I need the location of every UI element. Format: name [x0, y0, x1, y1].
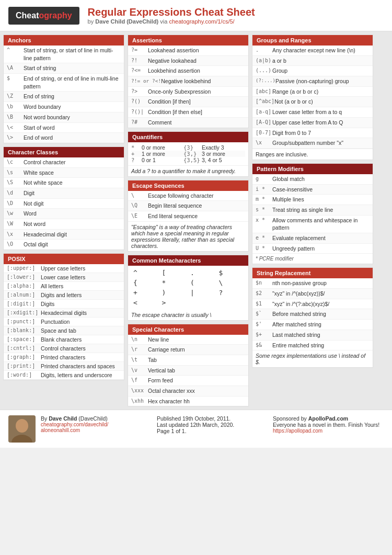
table-row: \> End of word	[4, 133, 124, 143]
table-row: \S Not white space	[4, 178, 124, 188]
table-row: ?()| Condition [if then else]	[128, 107, 248, 118]
groups-ranges-header: Groups and Ranges	[252, 35, 373, 46]
table-row: [:alnum:] Digits and letters	[4, 291, 124, 300]
special-chars-body: \n New line \r Carriage return \t Tab \v…	[128, 335, 248, 406]
table-row: \n New line	[128, 335, 248, 345]
table-row: \E End literal sequence	[128, 211, 248, 222]
string-replacement-body: $n nth non-passive group $2 "xyz" in /^(…	[252, 278, 373, 367]
table-row: $& Entire matched string	[252, 341, 373, 351]
pcre-note: * PCRE modifier	[252, 254, 373, 264]
avatar-image	[8, 415, 36, 443]
table-row: + 1 or more {3,} 3 or more	[131, 151, 245, 157]
table-row: (a|b) a or b	[252, 56, 373, 66]
common-meta-body: ^ [ . $ { * ( \ + )	[128, 266, 248, 320]
table-row: [0-7] Digit from 0 to 7	[252, 128, 373, 139]
table-row: \W Not word	[4, 219, 124, 230]
footer: By Dave Child (DaveChild) cheatography.c…	[0, 410, 392, 448]
table-row: [:alpha:] All letters	[4, 282, 124, 291]
special-chars-header: Special Characters	[128, 324, 248, 335]
table-row: (...) Group	[252, 66, 373, 76]
anchors-body: ^ Start of string, or start of line in m…	[4, 46, 124, 143]
table-row: \v Vertical tab	[128, 366, 248, 376]
table-row: \s White space	[4, 168, 124, 178]
escape-sequences-body: \ Escape following character \Q Begin li…	[128, 191, 248, 251]
table-row: $n nth non-passive group	[252, 278, 373, 289]
footer-link-site[interactable]: aloneonahill.com	[41, 427, 152, 433]
table-row: [:punct:] Punctuation	[4, 318, 124, 326]
quantifiers-body: * 0 or more {3} Exactly 3 + 1 or more {3…	[128, 142, 248, 176]
table-row: \B Not word boundary	[4, 112, 124, 123]
column-3: Groups and Ranges . Any character except…	[252, 35, 373, 406]
table-row: \D Not digit	[4, 199, 124, 209]
footer-sponsor-section: Sponsored by ApolloPad.com Everyone has …	[273, 415, 384, 443]
quantifier-row: * 0 or more {3} Exactly 3 + 1 or more {3…	[128, 142, 248, 166]
escape-sequences-section: Escape Sequences \ Escape following char…	[128, 180, 249, 252]
table-row: e * Evaluate replacement	[252, 233, 373, 244]
table-row: ?!= or ?<! Negative lookbehind	[128, 76, 248, 87]
string-replacement-note: Some regex implementations use \ instead…	[252, 350, 373, 367]
table-row: \A Start of string	[4, 63, 124, 74]
table-row: x * Allow comments and whitespace in pat…	[252, 216, 373, 233]
assertions-header: Assertions	[128, 35, 248, 46]
footer-page: Page 1 of 1.	[157, 428, 268, 434]
table-row: ?! Negative lookahead	[128, 56, 248, 66]
table-row: [:blank:] Space and tab	[4, 326, 124, 335]
table-row: \xhh Hex character hh	[128, 397, 248, 406]
table-row: \Q Begin literal sequence	[128, 201, 248, 211]
quantifiers-note: Add a ? to a quantifier to make it ungre…	[128, 166, 248, 176]
table-row: g Global match	[252, 174, 373, 185]
table-row: [:graph:] Printed characters	[4, 353, 124, 362]
table-row: \t Tab	[128, 355, 248, 366]
table-row: [:upper:] Upper case letters	[4, 264, 124, 273]
header-link[interactable]: cheatography.com/1/cs/5/	[169, 18, 234, 25]
pattern-modifiers-section: Pattern Modifiers g Global match i * Cas…	[252, 163, 373, 265]
footer-sponsor: Sponsored by ApolloPad.com	[273, 415, 384, 422]
svg-point-1	[16, 419, 28, 433]
table-row: \d Digit	[4, 188, 124, 199]
footer-sponsor-link[interactable]: https://apollopad.com	[273, 428, 384, 434]
table-row: ? 0 or 1 {3,5} 3, 4 or 5	[131, 157, 245, 163]
footer-author: By Dave Child (DaveChild)	[41, 415, 152, 422]
table-row: [a-q] Lower case letter from a to q	[252, 107, 373, 118]
table-row: \r Carriage return	[128, 345, 248, 355]
table-row: < >	[131, 298, 245, 308]
quantifiers-section: Quantifiers * 0 or more {3} Exactly 3 + …	[128, 131, 249, 177]
page-title: Regular Expressions Cheat Sheet	[88, 6, 255, 18]
posix-section: POSIX [:upper:] Upper case letters [:low…	[3, 253, 124, 380]
pattern-modifiers-header: Pattern Modifiers	[252, 164, 373, 174]
logo: Cheatography	[8, 7, 79, 25]
table-row: [:cntrl:] Control characters	[4, 344, 124, 353]
table-row: $' After matched string	[252, 320, 373, 330]
table-row: ?= Lookahead assertion	[128, 46, 248, 56]
table-row: ^ [ . $	[131, 268, 245, 278]
string-replacement-section: String Replacement $n nth non-passive gr…	[252, 267, 373, 368]
table-row: [:space:] Blank characters	[4, 335, 124, 344]
footer-publish-section: Published 19th October, 2011. Last updat…	[157, 415, 268, 443]
character-classes-body: \c Control character \s White space \S N…	[4, 157, 124, 250]
table-row: ?# Comment	[128, 118, 248, 128]
table-row: * 0 or more {3} Exactly 3	[131, 144, 245, 151]
table-row: \ Escape following character	[128, 191, 248, 201]
groups-ranges-section: Groups and Ranges . Any character except…	[252, 35, 373, 160]
table-row: ?() Condition [if then]	[128, 97, 248, 107]
footer-updated: Last updated 12th March, 2020.	[157, 422, 268, 428]
meta-escape-note: The escape character is usually \	[128, 310, 248, 320]
assertions-body: ?= Lookahead assertion ?! Negative looka…	[128, 46, 248, 128]
escape-sequences-header: Escape Sequences	[128, 180, 248, 191]
assertions-section: Assertions ?= Lookahead assertion ?! Neg…	[128, 35, 249, 128]
anchors-header: Anchors	[4, 35, 124, 46]
character-classes-header: Character Classes	[4, 147, 124, 157]
posix-header: POSIX	[4, 254, 124, 264]
table-row: U * Ungreedy pattern	[252, 244, 373, 254]
table-row: $+ Last matched string	[252, 330, 373, 341]
table-row: \O Octal digit	[4, 240, 124, 250]
ranges-inclusive-note: Ranges are inclusive.	[252, 149, 373, 160]
table-row: $2 "xyz" in /^(abc(xyz))$/	[252, 289, 373, 299]
table-row: (?:...) Passive (non-capturing) group	[252, 76, 373, 87]
column-1: Anchors ^ Start of string, or start of l…	[3, 35, 124, 406]
table-row: { * ( \	[131, 278, 245, 288]
footer-link-cheatography[interactable]: cheatography.com/davechild/	[41, 422, 152, 427]
table-row: \x Hexadecimal digit	[4, 230, 124, 240]
table-row: m * Multiple lines	[252, 195, 373, 205]
author-avatar	[8, 415, 36, 443]
